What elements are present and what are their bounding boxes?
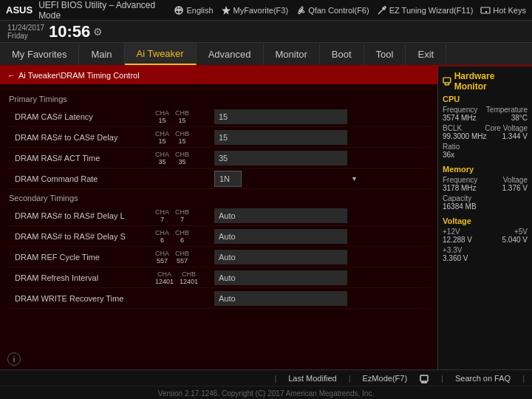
tab-monitor[interactable]: Monitor <box>264 43 320 65</box>
dram-cas-input[interactable] <box>214 109 347 124</box>
svg-line-5 <box>378 9 383 14</box>
bios-title: UEFI BIOS Utility – Advanced Mode <box>38 0 166 21</box>
separator-3: | <box>441 374 443 383</box>
v12-row: +12V +5V <box>443 228 528 236</box>
mem-freq-row: Frequency Voltage <box>443 176 528 184</box>
dram-ras-ras-l-input[interactable] <box>214 208 347 223</box>
datetime-bar: 11/24/2017 Friday 10:56 ⚙ <box>0 21 532 43</box>
top-bar: ASUS UEFI BIOS Utility – Advanced Mode E… <box>0 0 532 21</box>
dram-ras-act-channels: CHA35 CHB35 <box>155 151 214 166</box>
dram-ras-ras-s-input[interactable] <box>214 229 347 244</box>
svg-marker-3 <box>222 6 231 15</box>
mem-cap-row: Capacity <box>443 194 528 202</box>
dram-refresh-interval-label: DRAM Refresh Interval <box>7 273 155 282</box>
clock-settings-icon[interactable]: ⚙ <box>93 26 103 38</box>
bclk-val-row: 99.3000 MHz 1.344 V <box>443 132 528 140</box>
dram-ras-act-input[interactable] <box>214 151 347 166</box>
dram-refresh-interval-channels: CHA12401 CHB12401 <box>155 270 214 285</box>
breadcrumb-text: Ai Tweaker\DRAM Timing Control <box>18 71 140 80</box>
v33-row: +3.3V <box>443 246 528 254</box>
ezmode-icon <box>419 373 429 383</box>
dram-ras-ras-l-label: DRAM RAS# to RAS# Delay L <box>7 211 155 220</box>
bclk-row: BCLK Core Voltage <box>443 124 528 132</box>
last-modified-btn[interactable]: Last Modified <box>288 374 336 383</box>
dram-refresh-interval-input[interactable] <box>214 270 347 285</box>
hotkeys-item[interactable]: Hot Keys <box>480 5 526 16</box>
content-area: Primary Timings DRAM CAS# Latency CHA15 … <box>0 84 437 315</box>
dram-cmd-rate-row: DRAM Command Rate Auto 1N 2N <box>7 168 430 189</box>
monitor-icon <box>443 77 451 86</box>
ratio-val-row: 36x <box>443 151 528 159</box>
cpu-freq-row: Frequency Temperature <box>443 106 528 114</box>
mem-voltage-value: 1.376 V <box>502 184 528 192</box>
asus-logo: ASUS <box>6 4 33 16</box>
dram-write-recovery-row: DRAM WRITE Recovery Time <box>7 288 430 309</box>
dram-ras-cas-label: DRAM RAS# to CAS# Delay <box>7 133 155 142</box>
dram-ras-ras-s-channels: CHA6 CHB6 <box>155 229 214 244</box>
tab-main[interactable]: Main <box>79 43 124 65</box>
info-icon[interactable]: i <box>7 352 21 366</box>
tab-ai-tweaker[interactable]: Ai Tweaker <box>125 43 197 65</box>
ezmode-btn[interactable]: EzMode(F7) <box>363 374 408 383</box>
memory-section-title: Memory <box>443 165 528 174</box>
v12-val-row: 12.288 V 5.040 V <box>443 236 528 244</box>
tab-exit[interactable]: Exit <box>406 43 446 65</box>
dram-ras-ras-l-channels: CHA7 CHB7 <box>155 208 214 223</box>
myfavorite-label: MyFavorite(F3) <box>233 6 289 15</box>
tab-boot[interactable]: Boot <box>320 43 364 65</box>
hardware-monitor-panel: Hardware Monitor CPU Frequency Temperatu… <box>437 66 532 369</box>
tab-advanced[interactable]: Advanced <box>197 43 264 65</box>
dram-ref-cycle-label: DRAM REF Cycle Time <box>7 253 155 262</box>
mem-voltage-label: Voltage <box>503 176 528 184</box>
bclk-label: BCLK <box>443 124 462 132</box>
v33-val-row: 3.360 V <box>443 254 528 262</box>
qfan-item[interactable]: Qfan Control(F6) <box>296 5 369 16</box>
voltage-section: Voltage +12V +5V 12.288 V 5.040 V +3.3V … <box>443 216 528 262</box>
dram-write-recovery-label: DRAM WRITE Recovery Time <box>7 294 155 303</box>
v5-label: +5V <box>514 228 528 236</box>
core-voltage-value: 1.344 V <box>502 132 528 140</box>
cpu-temp-label: Temperature <box>486 106 528 114</box>
dram-cas-channels: CHA15 CHB15 <box>155 109 214 124</box>
back-icon[interactable]: ← <box>7 71 16 80</box>
dram-ras-cas-channels: CHA15 CHB15 <box>155 130 214 145</box>
v5-value: 5.040 V <box>502 236 528 244</box>
dram-cmd-rate-select-wrapper: Auto 1N 2N <box>214 171 362 187</box>
v33-label: +3.3V <box>443 246 462 254</box>
star-icon <box>221 5 231 16</box>
language-item[interactable]: English <box>174 5 213 16</box>
tab-tool[interactable]: Tool <box>364 43 406 65</box>
keyboard-icon <box>480 5 491 16</box>
copyright-bar: Version 2.17.1246. Copyright (C) 2017 Am… <box>0 386 532 399</box>
bottom-actions: | Last Modified | EzMode(F7) | Search on… <box>0 370 532 386</box>
ratio-value: 36x <box>443 151 454 159</box>
search-faq-btn[interactable]: Search on FAQ <box>455 374 511 383</box>
cpu-freq-value: 3574 MHz <box>443 114 477 122</box>
hotkeys-label: Hot Keys <box>493 6 526 15</box>
dram-ras-cas-input[interactable] <box>214 130 347 145</box>
dram-ref-cycle-input[interactable] <box>214 250 347 265</box>
cpu-section: CPU Frequency Temperature 3574 MHz 38°C … <box>443 95 528 159</box>
nav-bar: My Favorites Main Ai Tweaker Advanced Mo… <box>0 43 532 66</box>
cpu-freq-val-row: 3574 MHz 38°C <box>443 114 528 122</box>
tab-my-favorites[interactable]: My Favorites <box>0 43 79 65</box>
dram-cmd-rate-label: DRAM Command Rate <box>7 174 155 183</box>
eztuning-item[interactable]: EZ Tuning Wizard(F11) <box>377 5 474 16</box>
separator-4: | <box>522 374 525 383</box>
mem-capacity-value: 16384 MB <box>443 202 477 211</box>
dram-ras-cas-row: DRAM RAS# to CAS# Delay CHA15 CHB15 <box>7 127 430 148</box>
dram-write-recovery-input[interactable] <box>214 291 347 306</box>
bclk-value: 99.3000 MHz <box>443 132 486 140</box>
separator-1: | <box>274 374 276 383</box>
dram-ras-act-row: DRAM RAS# ACT Time CHA35 CHB35 <box>7 148 430 168</box>
myfavorite-item[interactable]: MyFavorite(F3) <box>221 5 289 16</box>
ratio-label: Ratio <box>443 143 460 151</box>
main-content: ← Ai Tweaker\DRAM Timing Control Primary… <box>0 66 437 369</box>
dram-cas-label: DRAM CAS# Latency <box>7 112 155 121</box>
dram-ras-act-label: DRAM RAS# ACT Time <box>7 154 155 163</box>
day-value: Friday <box>7 32 44 40</box>
qfan-label: Qfan Control(F6) <box>308 6 369 15</box>
dram-cmd-rate-select[interactable]: Auto 1N 2N <box>214 171 242 187</box>
mem-cap-val-row: 16384 MB <box>443 202 528 211</box>
ratio-row: Ratio <box>443 143 528 151</box>
